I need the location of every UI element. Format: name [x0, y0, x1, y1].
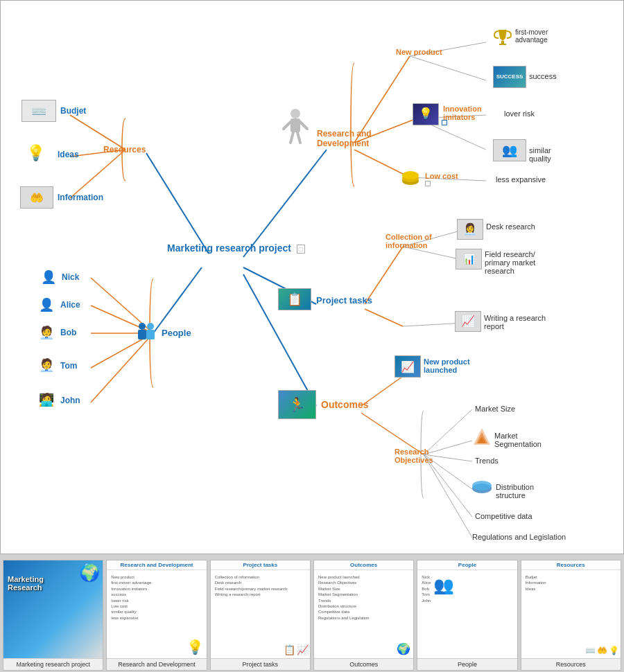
- new-product-launched-label[interactable]: New productlaunched: [424, 357, 470, 374]
- bob-label[interactable]: Bob: [60, 328, 76, 337]
- svg-point-21: [139, 323, 146, 330]
- thumb-resources-label: Resources: [521, 658, 621, 670]
- new-product-launched-icon: 📈: [395, 355, 421, 378]
- thumb-outcomes-content: New product launchedResearch ObjectivesM…: [317, 573, 410, 622]
- thumbnails-strip: MarketingResearch 🌍 Marketing research p…: [0, 554, 624, 672]
- new-product-label: New product: [396, 48, 442, 56]
- thumb-resources-content: BudjetInformationIdeas: [524, 573, 618, 593]
- distribution-icon: [471, 479, 493, 497]
- thumb-marketing-research[interactable]: MarketingResearch 🌍 Marketing research p…: [3, 560, 103, 671]
- research-dev-icon: [278, 108, 313, 146]
- innovation-connector: [442, 120, 447, 125]
- trends-label: Trends: [475, 457, 499, 465]
- information-icon: 🤲: [20, 186, 53, 209]
- innovation-label[interactable]: Innovationimitators: [443, 105, 482, 121]
- low-cost-label[interactable]: Low cost: [425, 172, 458, 180]
- svg-line-7: [284, 122, 291, 129]
- thumb-people[interactable]: People NickAliceBobTomJohn 👥 People: [417, 560, 517, 671]
- people-icon: [132, 321, 160, 346]
- research-objectives-label[interactable]: ResearchObjectives: [395, 448, 433, 464]
- regulations-label: Regulations and Legislation: [472, 533, 566, 541]
- information-label[interactable]: Information: [58, 193, 103, 202]
- similar-quality-label: similarquality: [529, 146, 551, 163]
- svg-line-0: [243, 150, 327, 257]
- people-label[interactable]: People: [162, 328, 191, 338]
- thumb-project-tasks[interactable]: Project tasks Collection of informationD…: [210, 560, 311, 671]
- thumb-research-dev-content: New productfirst-mover advantageInnovati…: [110, 573, 203, 622]
- thumb-project-tasks-title: Project tasks: [211, 560, 310, 570]
- svg-line-3: [153, 267, 202, 333]
- svg-line-4: [146, 153, 209, 254]
- outcomes-label[interactable]: Outcomes: [321, 399, 368, 410]
- svg-rect-22: [138, 330, 146, 339]
- market-seg-icon: [472, 427, 492, 446]
- nick-label[interactable]: Nick: [62, 272, 79, 282]
- low-cost-connector: [425, 181, 431, 186]
- success-image: SUCCESS: [493, 66, 526, 88]
- ideas-icon: 💡: [21, 144, 49, 166]
- svg-point-5: [291, 109, 300, 118]
- connector-lines: [1, 1, 623, 554]
- alice-item: 👤: [39, 297, 54, 312]
- thumb-resources-title: Resources: [521, 560, 621, 570]
- thumb-resources[interactable]: Resources BudjetInformationIdeas ⌨️ 🤲 💡 …: [521, 560, 621, 671]
- budjet-label[interactable]: Budjet: [60, 106, 86, 116]
- research-dev-label[interactable]: Research andDevelopment: [317, 129, 372, 148]
- field-research-icon: 📊: [456, 249, 482, 269]
- center-node[interactable]: Marketing research project □: [167, 242, 250, 254]
- resources-label[interactable]: Resources: [103, 145, 146, 154]
- alice-label[interactable]: Alice: [60, 300, 80, 310]
- nick-item: 👤: [41, 269, 56, 285]
- market-size-label: Market Size: [475, 405, 515, 413]
- trophy-icon: [493, 27, 512, 46]
- thumb-outcomes[interactable]: Outcomes New product launchedResearch Ob…: [313, 560, 414, 671]
- writing-research-icon: 📈: [455, 311, 481, 332]
- tom-label[interactable]: Tom: [60, 361, 77, 371]
- thumb-research-dev-title: Research and Development: [107, 560, 206, 570]
- svg-point-23: [147, 323, 154, 330]
- project-tasks-icon: 📋: [278, 288, 311, 310]
- svg-rect-24: [146, 330, 155, 339]
- svg-line-9: [291, 132, 293, 143]
- first-mover-label: first-moveradvantage: [515, 28, 548, 44]
- thumb-marketing-label: Marketing research project: [3, 658, 103, 670]
- svg-rect-12: [499, 44, 506, 45]
- market-seg-label: MarketSegmentation: [494, 432, 541, 448]
- svg-line-8: [300, 122, 307, 129]
- thumb-people-content: NickAliceBobTomJohn: [420, 573, 432, 605]
- outcomes-icon: 🏃: [278, 390, 316, 419]
- less-expansive-label: less expansive: [496, 175, 546, 184]
- svg-rect-11: [501, 41, 504, 44]
- thumb-outcomes-label: Outcomes: [314, 658, 413, 670]
- thumb-outcomes-title: Outcomes: [314, 560, 413, 570]
- thumb-project-tasks-content: Collection of informationDesk researchFi…: [214, 573, 307, 599]
- writing-research-label: Writing a researchreport: [484, 314, 546, 330]
- thumb-research-dev[interactable]: Research and Development New productfirs…: [106, 560, 207, 671]
- field-research-label: Field research/primary marketresearch: [485, 250, 535, 275]
- competitive-data-label: Competitive data: [475, 512, 532, 520]
- project-tasks-label[interactable]: Project tasks: [316, 295, 372, 306]
- john-item: 🧑‍💻: [39, 392, 54, 407]
- svg-point-15: [402, 171, 419, 179]
- svg-line-10: [297, 132, 300, 143]
- low-cost-icon: [399, 167, 422, 186]
- success-label: success: [529, 72, 557, 80]
- tom-item: 🧑‍💼: [39, 357, 54, 373]
- thumb-people-label: People: [417, 658, 517, 670]
- thumb-research-dev-label: Research and Development: [107, 658, 206, 670]
- mind-map-canvas: Marketing research project □ Research an…: [0, 0, 624, 554]
- desk-research-icon: 👩‍💼: [457, 219, 483, 240]
- thumb-project-tasks-label: Project tasks: [211, 658, 310, 670]
- ideas-label[interactable]: Ideas: [58, 150, 79, 159]
- budjet-icon: ⌨️: [21, 100, 56, 122]
- distribution-label: Distributionstructure: [496, 483, 534, 499]
- svg-point-20: [472, 481, 492, 490]
- innovation-image: 💡: [413, 103, 439, 125]
- bob-item: 🧑‍💼: [39, 325, 54, 340]
- lover-risk-label: lover risk: [504, 109, 535, 118]
- john-label[interactable]: John: [60, 396, 80, 405]
- desk-research-label: Desk research: [486, 222, 535, 231]
- similar-quality-image: 👥: [493, 139, 526, 161]
- thumb-people-title: People: [417, 560, 517, 570]
- collection-info-label[interactable]: Collection ofinformation: [385, 233, 432, 249]
